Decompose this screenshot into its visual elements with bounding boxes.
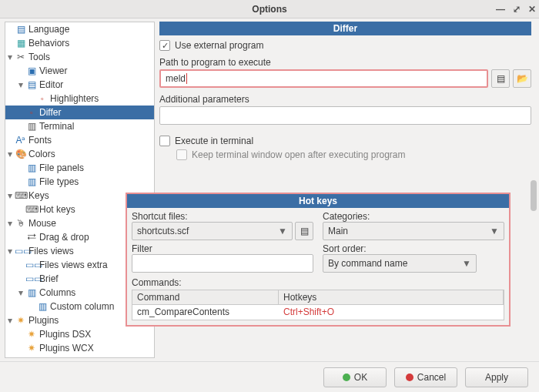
keyboard-icon: ⌨ [25,204,38,215]
close-icon[interactable]: ✕ [528,4,536,15]
tree-item-file-panels[interactable]: ▾▥File panels [5,161,154,175]
tree-item-fonts[interactable]: ▾AᵃFonts [5,133,154,147]
text-cursor [186,73,187,84]
categories-combo[interactable]: Main ▼ [323,222,504,240]
book-icon: ▦ [15,38,27,49]
tree-item-differ[interactable]: ▾◦Differ [5,106,154,119]
chevron-down-icon: ▼ [490,226,499,236]
columns-icon: ▥ [36,301,49,312]
table-header: Command Hotkeys [132,290,504,305]
tree-item-terminal[interactable]: ▾▥Terminal [5,119,154,133]
exec-terminal-row[interactable]: Execute in terminal [159,136,531,146]
scrollbar-thumb[interactable] [531,180,537,211]
window-icon: ▭▭ [15,246,27,256]
filter-label: Filter [132,243,313,254]
dialog-buttons: OK Cancel Apply [0,361,539,392]
tree-item-viewer[interactable]: ▾▣Viewer [5,64,154,78]
keyboard-icon: ⌨ [15,190,27,201]
keep-open-checkbox [176,149,187,160]
tree-item-highlighters[interactable]: ▾◦Highlighters [5,92,154,106]
window-controls: — ⤢ ✕ [496,4,536,15]
mouse-icon: 🖰 [15,218,27,229]
col-command: Command [132,290,279,304]
path-input[interactable]: meld [159,69,488,88]
eye-icon: ▣ [25,65,38,76]
browse-button[interactable]: 📂 [513,69,531,88]
open-shortcut-file-button[interactable]: ▤ [295,222,313,240]
sort-order-combo[interactable]: By command name ▼ [323,254,477,273]
minimize-icon[interactable]: — [496,4,505,15]
terminal-icon: ▥ [25,121,38,132]
document-icon: ▤ [300,226,309,236]
cancel-button[interactable]: Cancel [394,367,457,387]
tree-item-file-types[interactable]: ▾▥File types [5,175,154,189]
panel-icon: ▥ [25,176,38,187]
relative-path-button[interactable]: ▤ [491,69,510,88]
folder-open-icon: 📂 [517,73,528,84]
drag-icon: ⮂ [25,232,38,243]
gear-icon: ✷ [25,329,38,340]
gear-icon: ✷ [15,315,27,326]
content-pane: Differ Use external program Path to prog… [156,18,539,361]
path-icon: ▤ [497,73,505,84]
tree-item-plugins-wcx[interactable]: ▾✷Plugins WCX [5,341,154,355]
circle-icon: ◦ [25,107,38,118]
section-heading-differ: Differ [159,22,531,35]
categories-label: Categories: [323,211,504,222]
table-row[interactable]: cm_CompareContents Ctrl+Shift+O [132,305,504,320]
tree-item-plugins-dsx[interactable]: ▾✷Plugins DSX [5,327,154,341]
cancel-icon [406,374,413,381]
columns-icon: ▥ [25,287,38,298]
shortcut-files-combo[interactable]: shortcuts.scf ▼ [132,222,293,240]
use-external-row[interactable]: Use external program [159,40,531,51]
ok-button[interactable]: OK [323,367,387,387]
palette-icon: 🎨 [15,149,27,159]
col-hotkeys: Hotkeys [279,290,504,304]
path-label: Path to program to execute [159,57,531,68]
window-icon: ▭▭ [25,273,38,284]
window-icon: ▭▭ [25,260,38,270]
exec-terminal-checkbox[interactable] [159,136,170,146]
gear-icon: ✷ [25,343,38,353]
commands-label: Commands: [132,277,504,288]
exec-terminal-label: Execute in terminal [175,136,253,146]
gear-icon: ✷ [25,357,38,358]
commands-table[interactable]: Command Hotkeys cm_CompareContents Ctrl+… [132,290,504,320]
tree-item-language[interactable]: ▾▤Language [5,22,154,36]
sort-order-label: Sort order: [323,243,504,254]
tree-item-colors[interactable]: ▾🎨Colors [5,147,154,161]
apply-button[interactable]: Apply [465,367,528,387]
globe-icon: ▤ [15,24,27,35]
keep-open-row: Keep terminal window open after executin… [176,149,531,160]
chevron-down-icon: ▼ [278,226,287,236]
cell-hotkey: Ctrl+Shift+O [279,305,504,320]
cell-command: cm_CompareContents [132,305,279,320]
circle-icon: ◦ [36,93,49,104]
chevron-down-icon: ▼ [462,258,471,269]
addl-params-input[interactable] [159,106,531,125]
page-icon: ▤ [25,79,38,90]
section-heading-hotkeys: Hot keys [127,194,509,208]
tree-item-behaviors[interactable]: ▾▦Behaviors [5,36,154,50]
addl-params-label: Additional parameters [159,94,531,105]
tree-item-editor[interactable]: ▾▤Editor [5,78,154,92]
use-external-label: Use external program [175,40,263,51]
ok-icon [343,374,350,381]
window-title: Options [0,4,539,15]
use-external-checkbox[interactable] [159,40,170,51]
hotkeys-panel: Hot keys Shortcut files: shortcuts.scf ▼… [126,193,511,327]
panel-icon: ▥ [25,162,38,173]
font-icon: Aᵃ [15,135,27,146]
filter-input[interactable] [132,254,313,273]
titlebar: Options — ⤢ ✕ [0,0,539,18]
tree-item-tools[interactable]: ▾✂Tools [5,50,154,64]
shortcut-files-label: Shortcut files: [132,211,313,222]
tree-item-plugins-wdx[interactable]: ▾✷Plugins WDX [5,355,154,358]
wrench-icon: ✂ [15,52,27,62]
content-scrollbar[interactable] [530,42,537,361]
keep-open-label: Keep terminal window open after executin… [192,149,406,160]
maximize-icon[interactable]: ⤢ [513,4,521,15]
